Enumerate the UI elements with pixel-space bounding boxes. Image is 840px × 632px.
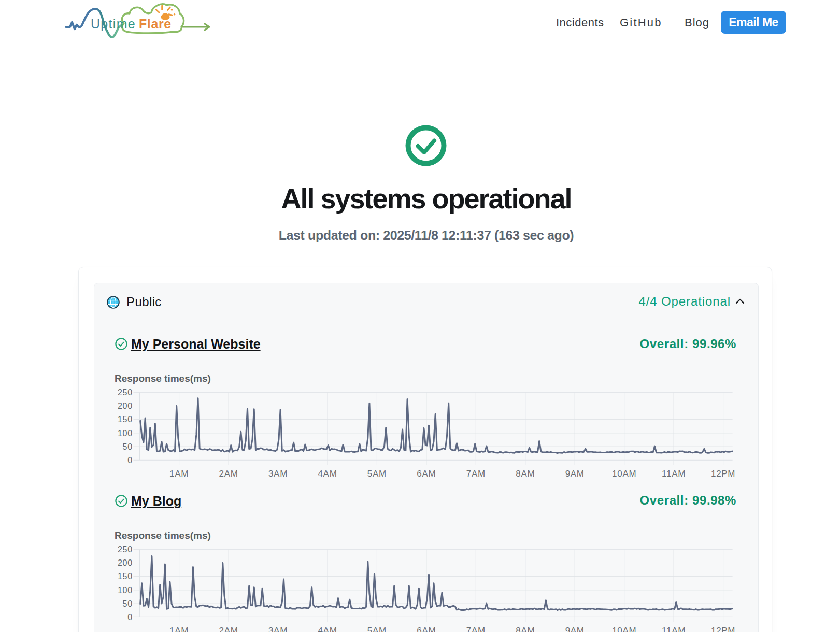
svg-text:4AM: 4AM — [318, 469, 337, 479]
svg-text:50: 50 — [123, 599, 133, 608]
svg-text:8AM: 8AM — [516, 626, 535, 632]
svg-text:250: 250 — [118, 545, 133, 554]
svg-text:2AM: 2AM — [219, 469, 238, 479]
svg-text:6AM: 6AM — [417, 626, 436, 632]
svg-text:Flare: Flare — [139, 17, 172, 31]
svg-text:150: 150 — [118, 572, 133, 581]
svg-text:12PM: 12PM — [711, 626, 735, 632]
svg-text:0: 0 — [127, 613, 133, 622]
svg-text:4AM: 4AM — [318, 626, 337, 632]
svg-text:200: 200 — [118, 558, 133, 567]
svg-text:150: 150 — [118, 415, 133, 424]
svg-text:250: 250 — [118, 388, 133, 397]
svg-text:0: 0 — [127, 456, 133, 465]
svg-text:7AM: 7AM — [466, 469, 486, 479]
svg-text:3AM: 3AM — [268, 626, 288, 632]
svg-text:11AM: 11AM — [662, 469, 686, 479]
svg-text:5AM: 5AM — [367, 469, 387, 479]
svg-text:11AM: 11AM — [662, 626, 686, 632]
svg-text:200: 200 — [118, 401, 133, 410]
svg-text:10AM: 10AM — [612, 626, 636, 632]
svg-text:5AM: 5AM — [367, 626, 387, 632]
svg-text:100: 100 — [118, 429, 133, 438]
svg-text:1AM: 1AM — [169, 469, 189, 479]
svg-text:8AM: 8AM — [516, 469, 535, 479]
svg-text:Uptime: Uptime — [91, 17, 136, 31]
svg-text:9AM: 9AM — [565, 626, 585, 632]
svg-text:2AM: 2AM — [219, 626, 238, 632]
svg-text:100: 100 — [118, 586, 133, 595]
svg-text:1AM: 1AM — [169, 626, 189, 632]
svg-text:3AM: 3AM — [268, 469, 288, 479]
svg-text:12PM: 12PM — [711, 469, 735, 479]
svg-text:10AM: 10AM — [612, 469, 636, 479]
svg-text:7AM: 7AM — [466, 626, 486, 632]
svg-text:9AM: 9AM — [565, 469, 585, 479]
svg-text:50: 50 — [123, 442, 133, 451]
svg-text:6AM: 6AM — [417, 469, 436, 479]
